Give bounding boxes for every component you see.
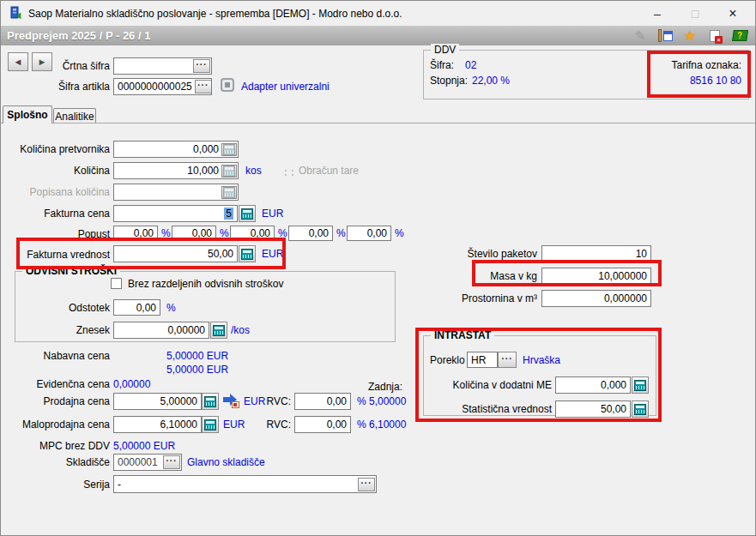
popust-input-1[interactable]: 0,00 — [113, 226, 158, 241]
serija-lookup-button[interactable]: ··· — [358, 478, 375, 491]
popust-input-2[interactable]: 0,00 — [172, 226, 216, 241]
brez-razdeljenih-checkbox-label: Brez razdeljenih odvisnih stroškov — [128, 278, 283, 290]
skladisce-value: 0000001 — [118, 456, 160, 468]
percent-label: % — [161, 227, 171, 239]
prodajna-rvc-input[interactable]: 0,00 — [294, 393, 351, 410]
statisticna-vrednost-input[interactable]: 50,00 — [555, 400, 631, 418]
fakturna-cena-unit: EUR — [262, 208, 283, 220]
fakturna-vrednost-label: Fakturna vrednost — [7, 249, 110, 261]
znesek-calculator-button[interactable] — [210, 322, 227, 339]
kolicina-input[interactable]: 10,000 — [113, 162, 239, 179]
kolicina-dodatna-me-calculator-button[interactable] — [632, 376, 649, 394]
adapter-icon[interactable] — [221, 78, 234, 92]
maloprodajna-cena-label: Maloprodajna cena — [7, 419, 110, 431]
fakturna-vrednost-input[interactable]: 50,00 — [113, 245, 238, 262]
maloprodajna-rvc-input[interactable]: 0,00 — [294, 416, 351, 433]
fakturna-vrednost-calculator-button[interactable] — [239, 245, 256, 262]
tab-analitike[interactable]: Analitike — [53, 108, 96, 123]
fakturna-cena-input[interactable]: 5 — [113, 205, 238, 222]
skladisce-label: Skladišče — [7, 456, 110, 468]
percent-label: % — [220, 227, 229, 239]
crtna-sifra-lookup-button[interactable]: ··· — [193, 59, 210, 73]
fakturna-vrednost-unit: EUR — [262, 248, 283, 260]
edit-note-button[interactable]: ✎ — [632, 28, 649, 44]
maximize-button[interactable]: □ — [676, 1, 714, 26]
popust-input-3[interactable]: 0,00 — [230, 226, 275, 241]
prodajna-rvc-label: RVC: — [265, 395, 291, 407]
mpc-brez-ddv-value: 5,00000 EUR — [113, 440, 175, 452]
kolicina-pretvornika-input[interactable]: 0,000 — [113, 141, 239, 158]
odstotek-input[interactable]: 0,00 — [113, 299, 160, 316]
serija-input[interactable]: - ··· — [113, 475, 377, 493]
popust-input-5[interactable]: 0,00 — [347, 226, 391, 241]
ellipsis-icon: ··· — [166, 456, 178, 466]
tab-strip-line — [1, 123, 755, 123]
percent-label: % — [336, 227, 346, 239]
calculator-icon — [213, 325, 225, 336]
fakturna-cena-calculator-button[interactable] — [239, 205, 256, 222]
znesek-input[interactable]: 0,00000 — [113, 322, 209, 339]
maloprodajna-cena-calculator-button[interactable] — [202, 416, 219, 433]
odvisni-stroski-group-label: ODVISNI STROŠKI — [22, 265, 120, 277]
tare-icon — [284, 169, 295, 177]
popust-value: 0,00 — [367, 227, 387, 239]
masa-label: Masa v kg — [434, 270, 537, 282]
poreklo-input[interactable]: HR — [467, 352, 498, 368]
masa-input[interactable]: 10,000000 — [541, 268, 651, 285]
kolicina-unit: kos — [245, 165, 262, 177]
maloprodajna-cena-value: 6,10000 — [160, 419, 197, 431]
favorites-button[interactable]: ★ — [681, 28, 699, 44]
popust-input-4[interactable]: 0,00 — [288, 226, 333, 241]
sifra-artikla-value: 0000000000025 — [118, 81, 192, 93]
poreklo-lookup-button[interactable]: ··· — [498, 352, 517, 368]
skladisce-input[interactable]: 0000001 ··· — [113, 454, 182, 471]
odstotek-label: Odstotek — [15, 302, 110, 314]
delete-document-button[interactable]: × — [706, 28, 723, 44]
prostornina-label: Prostornina v m³ — [426, 292, 537, 304]
prodajna-cena-input[interactable]: 5,00000 — [113, 393, 202, 410]
statisticna-vrednost-calculator-button[interactable] — [632, 400, 649, 418]
prostornina-value: 0,000000 — [604, 292, 647, 304]
adapter-univerzalni-link[interactable]: Adapter univerzalni — [241, 81, 330, 93]
odstotek-unit: % — [166, 302, 176, 314]
skladisce-lookup-button[interactable]: ··· — [163, 455, 180, 469]
kolicina-dodatna-me-input[interactable]: 0,000 — [555, 376, 631, 394]
prodajna-cena-label: Prodajna cena — [7, 395, 110, 407]
sifra-artikla-input[interactable]: 0000000000025 ··· — [113, 78, 212, 95]
calculator-icon — [221, 143, 237, 156]
close-button[interactable]: × — [714, 1, 752, 26]
popust-label: Popust — [7, 228, 110, 240]
fakturna-cena-value: 5 — [224, 208, 233, 220]
odstotek-value: 0,00 — [136, 302, 156, 314]
minimize-button[interactable]: – — [638, 1, 676, 26]
close-icon: × — [729, 6, 736, 21]
percent-label: % — [395, 227, 404, 239]
skladisce-link[interactable]: Glavno skladišče — [187, 456, 265, 468]
maloprodajna-cena-input[interactable]: 6,10000 — [113, 416, 202, 433]
tab-splosno[interactable]: Splošno — [3, 105, 52, 123]
evidencna-cena-label: Evidenčna cena — [7, 378, 110, 390]
ddv-sifra-value: 02 — [465, 59, 476, 71]
sifra-artikla-lookup-button[interactable]: ··· — [195, 80, 212, 93]
kolicina-value: 10,000 — [187, 165, 219, 177]
brez-razdeljenih-checkbox[interactable] — [111, 278, 122, 289]
calculator-icon — [634, 380, 646, 391]
crtna-sifra-input[interactable]: ··· — [113, 57, 212, 75]
popust-value: 0,00 — [192, 227, 212, 239]
prodajna-cena-calculator-button[interactable] — [202, 393, 219, 410]
ddv-stopnja-value: 22,00 % — [472, 75, 510, 87]
znesek-unit: /kos — [231, 324, 250, 336]
stevilo-paketov-input[interactable]: 10 — [541, 245, 651, 262]
popisana-kolicina-input — [113, 184, 239, 201]
maloprodajna-cena-unit: EUR — [223, 419, 245, 431]
document-title: Predprejem 2025 / P - 26 / 1 — [7, 29, 150, 42]
prostornina-input[interactable]: 0,000000 — [541, 290, 651, 307]
popust-value: 0,00 — [251, 227, 270, 239]
transfer-price-icon[interactable] — [222, 394, 240, 408]
help-button[interactable]: ? — [731, 28, 748, 44]
window-title: Saop Materialno skladiščno poslovanje - … — [28, 8, 402, 20]
popust-value: 0,00 — [134, 227, 154, 239]
masa-value: 10,000000 — [598, 270, 647, 282]
journal-button[interactable] — [656, 28, 674, 44]
app-window: Saop Materialno skladiščno poslovanje - … — [0, 0, 756, 536]
